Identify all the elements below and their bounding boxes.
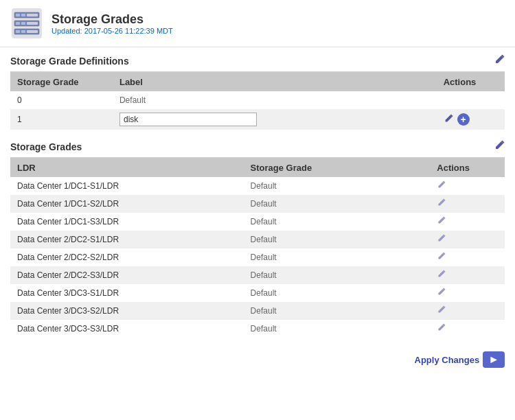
def-table-row: 1+ (10, 109, 505, 130)
definitions-section: Storage Grade Definitions Storage Grade … (0, 47, 515, 133)
svg-rect-13 (16, 30, 20, 33)
page-header: Storage Grades Updated: 2017-05-26 11:22… (0, 0, 515, 47)
grade-actions-cell (430, 177, 505, 195)
grades-table-row: Data Center 3/DC3-S2/LDRDefault (10, 302, 505, 320)
svg-rect-15 (27, 30, 38, 33)
grades-table-row: Data Center 2/DC2-S3/LDRDefault (10, 266, 505, 284)
grade-value-cell: Default (244, 248, 431, 266)
def-table-row: 0Default (10, 91, 505, 109)
grades-col-actions: Actions (430, 159, 505, 177)
grades-edit-icon[interactable] (494, 140, 505, 154)
svg-rect-10 (27, 22, 38, 25)
grade-edit-icon[interactable] (437, 180, 446, 191)
header-text: Storage Grades Updated: 2017-05-26 11:22… (52, 12, 173, 35)
svg-rect-4 (21, 14, 25, 16)
grade-actions-cell (430, 231, 505, 248)
def-grade-cell: 0 (10, 91, 113, 109)
svg-rect-14 (21, 30, 25, 33)
definitions-section-title: Storage Grade Definitions (10, 56, 129, 67)
def-label-cell (113, 109, 437, 130)
def-actions-cell (437, 91, 505, 109)
grades-col-ldr: LDR (10, 159, 244, 177)
grade-actions-cell (430, 284, 505, 302)
grade-ldr-cell: Data Center 1/DC1-S1/LDR (10, 177, 244, 195)
grades-table-row: Data Center 1/DC1-S1/LDRDefault (10, 177, 505, 195)
grade-edit-icon[interactable] (437, 323, 446, 334)
definitions-table-header-row: Storage Grade Label Actions (10, 73, 505, 91)
grade-value-cell: Default (244, 284, 431, 302)
grade-edit-icon[interactable] (437, 216, 446, 227)
grades-section-title: Storage Grades (10, 141, 82, 152)
svg-rect-9 (21, 22, 25, 25)
grade-actions-cell (430, 302, 505, 320)
def-grade-cell: 1 (10, 109, 113, 130)
definitions-table: Storage Grade Label Actions 0Default1+ (10, 73, 505, 130)
grades-table-row: Data Center 3/DC3-S1/LDRDefault (10, 284, 505, 302)
def-col-actions: Actions (437, 73, 505, 91)
grade-actions-cell (430, 213, 505, 231)
grade-value-cell: Default (244, 177, 431, 195)
add-grade-icon[interactable]: + (457, 113, 470, 126)
updated-timestamp: Updated: 2017-05-26 11:22:39 MDT (52, 27, 173, 35)
grade-ldr-cell: Data Center 3/DC3-S2/LDR (10, 302, 244, 320)
grades-section: Storage Grades LDR Storage Grade Actions… (0, 133, 515, 341)
grades-table-row: Data Center 3/DC3-S3/LDRDefault (10, 320, 505, 338)
svg-rect-3 (16, 14, 20, 16)
grade-edit-icon[interactable] (437, 270, 446, 281)
grades-col-grade: Storage Grade (244, 159, 431, 177)
grades-table-row: Data Center 2/DC2-S2/LDRDefault (10, 248, 505, 266)
grade-ldr-cell: Data Center 1/DC1-S3/LDR (10, 213, 244, 231)
grade-actions-cell (430, 195, 505, 213)
grade-edit-icon[interactable] (437, 198, 446, 209)
grades-table-row: Data Center 1/DC1-S3/LDRDefault (10, 213, 505, 231)
def-col-label: Label (113, 73, 437, 91)
apply-changes-label: Apply Changes (415, 355, 480, 365)
grade-value-cell: Default (244, 302, 431, 320)
grade-value-cell: Default (244, 213, 431, 231)
def-label-input[interactable] (119, 113, 257, 126)
grade-value-cell: Default (244, 195, 431, 213)
grades-table: LDR Storage Grade Actions Data Center 1/… (10, 159, 505, 338)
grade-value-cell: Default (244, 231, 431, 248)
definitions-section-header: Storage Grade Definitions (10, 54, 505, 73)
def-label-cell: Default (113, 91, 437, 109)
def-col-grade: Storage Grade (10, 73, 113, 91)
definitions-edit-icon[interactable] (494, 54, 505, 68)
grade-actions-cell (430, 266, 505, 284)
grades-table-row: Data Center 2/DC2-S1/LDRDefault (10, 231, 505, 248)
footer: Apply Changes ► (0, 345, 515, 375)
apply-arrow-icon: ► (483, 351, 505, 368)
grade-ldr-cell: Data Center 1/DC1-S2/LDR (10, 195, 244, 213)
grade-edit-icon[interactable] (437, 288, 446, 299)
page-icon (10, 7, 43, 40)
grade-edit-icon[interactable] (437, 252, 446, 263)
grade-ldr-cell: Data Center 2/DC2-S3/LDR (10, 266, 244, 284)
grade-ldr-cell: Data Center 3/DC3-S3/LDR (10, 320, 244, 338)
pencil-edit-icon[interactable] (444, 114, 453, 126)
svg-rect-5 (27, 14, 38, 16)
grades-table-header-row: LDR Storage Grade Actions (10, 159, 505, 177)
grade-actions-cell (430, 320, 505, 338)
grade-value-cell: Default (244, 320, 431, 338)
grade-actions-cell (430, 248, 505, 266)
grade-ldr-cell: Data Center 2/DC2-S2/LDR (10, 248, 244, 266)
grade-edit-icon[interactable] (437, 305, 446, 316)
grade-value-cell: Default (244, 266, 431, 284)
grades-section-header: Storage Grades (10, 140, 505, 159)
svg-rect-8 (16, 22, 20, 25)
apply-changes-button[interactable]: Apply Changes ► (415, 351, 505, 368)
grade-ldr-cell: Data Center 3/DC3-S1/LDR (10, 284, 244, 302)
grades-table-row: Data Center 1/DC1-S2/LDRDefault (10, 195, 505, 213)
page-title: Storage Grades (52, 12, 173, 27)
grade-edit-icon[interactable] (437, 234, 446, 245)
grade-ldr-cell: Data Center 2/DC2-S1/LDR (10, 231, 244, 248)
def-actions-cell: + (437, 109, 505, 130)
